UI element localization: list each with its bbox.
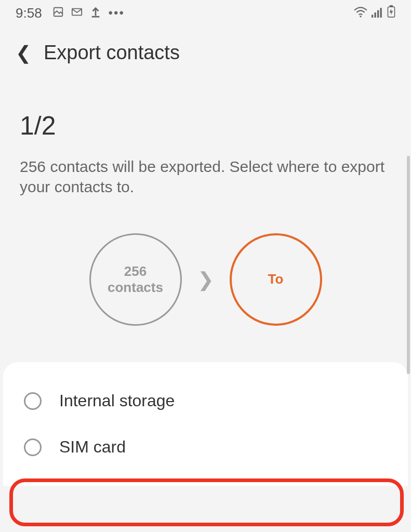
option-internal-storage[interactable]: Internal storage bbox=[3, 378, 408, 424]
scrollbar[interactable] bbox=[407, 156, 410, 374]
gallery-icon bbox=[52, 5, 64, 21]
svg-rect-7 bbox=[377, 10, 379, 17]
status-left: 9:58 ••• bbox=[16, 5, 125, 21]
svg-rect-6 bbox=[375, 12, 376, 18]
option-sim-card[interactable]: SIM card bbox=[3, 424, 408, 470]
battery-icon bbox=[387, 5, 395, 21]
svg-rect-5 bbox=[372, 15, 373, 18]
option-label: SIM card bbox=[59, 437, 126, 457]
svg-rect-10 bbox=[390, 5, 393, 7]
radio-icon bbox=[24, 438, 42, 456]
upload-icon bbox=[90, 5, 101, 21]
to-circle[interactable]: To bbox=[230, 233, 322, 326]
svg-marker-11 bbox=[390, 8, 393, 15]
to-label: To bbox=[268, 271, 284, 287]
more-icon: ••• bbox=[109, 6, 125, 20]
option-label: Internal storage bbox=[59, 391, 175, 410]
mail-icon bbox=[71, 5, 83, 21]
from-circle: 256 contacts bbox=[89, 233, 182, 326]
page-header: ❮ Export contacts bbox=[0, 26, 411, 74]
radio-icon bbox=[24, 392, 42, 410]
arrow-icon: ❯ bbox=[197, 268, 214, 291]
status-right bbox=[354, 5, 395, 21]
wifi-icon bbox=[354, 5, 367, 21]
destination-panel: Internal storage SIM card bbox=[3, 362, 408, 486]
back-button[interactable]: ❮ bbox=[16, 44, 31, 62]
export-description: 256 contacts will be exported. Select wh… bbox=[0, 151, 411, 218]
from-count: 256 bbox=[124, 263, 147, 280]
status-time: 9:58 bbox=[16, 5, 42, 21]
page-title: Export contacts bbox=[44, 42, 180, 64]
status-bar: 9:58 ••• bbox=[0, 0, 411, 26]
svg-rect-8 bbox=[380, 8, 382, 18]
from-label: contacts bbox=[108, 280, 163, 296]
step-indicator: 1/2 bbox=[0, 74, 411, 151]
from-to-row: 256 contacts ❯ To bbox=[0, 218, 411, 362]
svg-point-4 bbox=[360, 16, 361, 17]
signal-icon bbox=[372, 5, 383, 21]
